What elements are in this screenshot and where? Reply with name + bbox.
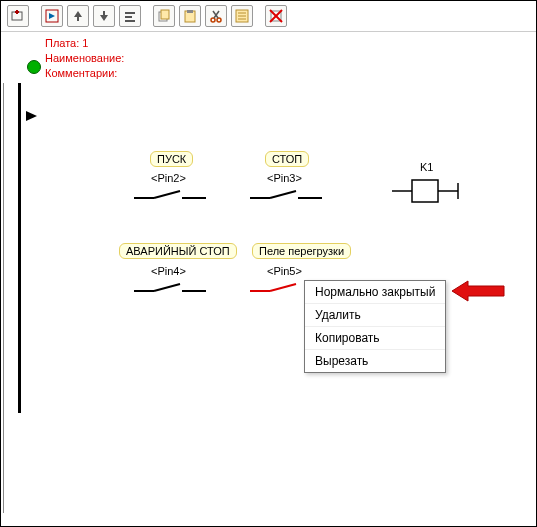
svg-rect-9 xyxy=(161,10,169,19)
tb-list-icon[interactable] xyxy=(231,5,253,27)
svg-marker-39 xyxy=(452,281,504,301)
svg-line-38 xyxy=(270,284,296,291)
status-dot-icon xyxy=(27,60,41,74)
svg-line-25 xyxy=(154,191,180,198)
cm-item-nc[interactable]: Нормально закрытый xyxy=(305,281,445,303)
schematic-canvas[interactable]: ПУСК <Pin2> СТОП <Pin3> K1 АВАРИЙНЫЙ СТО… xyxy=(3,83,536,513)
tag-pusk[interactable]: ПУСК xyxy=(150,151,193,167)
svg-marker-4 xyxy=(49,13,55,19)
cm-item-delete[interactable]: Удалить xyxy=(305,303,445,326)
name-label: Наименование: xyxy=(45,52,124,64)
relay-coil[interactable] xyxy=(392,177,464,208)
pin5-label: <Pin5> xyxy=(267,265,302,277)
tb-box-plus-icon[interactable] xyxy=(7,5,29,27)
tag-stop[interactable]: СТОП xyxy=(265,151,309,167)
contact-no-pin3[interactable] xyxy=(250,186,322,202)
tb-paste-icon[interactable] xyxy=(179,5,201,27)
pin2-label: <Pin2> xyxy=(151,172,186,184)
tb-nobox-icon[interactable] xyxy=(265,5,287,27)
pin4-label: <Pin4> xyxy=(151,265,186,277)
toolbar xyxy=(1,1,536,32)
svg-rect-11 xyxy=(187,10,193,13)
tag-avar[interactable]: АВАРИЙНЫЙ СТОП xyxy=(119,243,237,259)
comment-label: Комментарии: xyxy=(45,67,117,79)
svg-point-12 xyxy=(211,18,215,22)
context-menu: Нормально закрытый Удалить Копировать Вы… xyxy=(304,280,446,373)
contact-no-pin2[interactable] xyxy=(134,186,206,202)
tb-multipage-icon[interactable] xyxy=(153,5,175,27)
contact-no-pin4[interactable] xyxy=(134,279,206,295)
cm-item-copy[interactable]: Копировать xyxy=(305,326,445,349)
relay-label: K1 xyxy=(420,161,433,173)
tag-overload[interactable]: Пеле перегрузки xyxy=(252,243,351,259)
cm-item-cut[interactable]: Вырезать xyxy=(305,349,445,372)
tb-arrow-up-icon[interactable] xyxy=(67,5,89,27)
annotation-arrow-icon xyxy=(452,279,508,306)
tb-arrow-down-icon[interactable] xyxy=(93,5,115,27)
plata-label: Плата: xyxy=(45,37,79,49)
bus-line xyxy=(18,83,21,413)
svg-line-28 xyxy=(270,191,296,198)
plata-value: 1 xyxy=(82,37,88,49)
tb-cut-icon[interactable] xyxy=(205,5,227,27)
header-info: Плата: 1 Наименование: Комментарии: xyxy=(1,32,536,83)
tb-flag-in-icon[interactable] xyxy=(41,5,63,27)
svg-line-35 xyxy=(154,284,180,291)
pin3-label: <Pin3> xyxy=(267,172,302,184)
svg-point-13 xyxy=(217,18,221,22)
tb-align-icon[interactable] xyxy=(119,5,141,27)
svg-rect-31 xyxy=(412,180,438,202)
